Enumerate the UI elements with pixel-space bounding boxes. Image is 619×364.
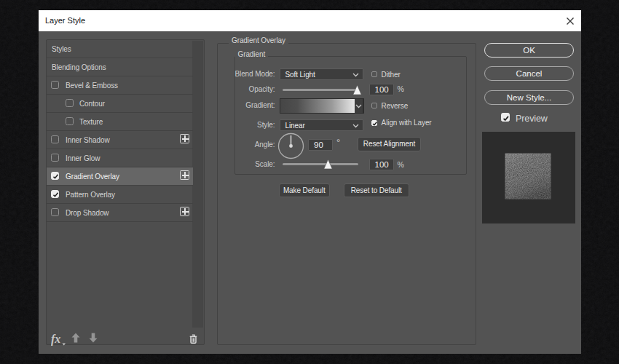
svg-text:fx: fx xyxy=(51,333,60,346)
